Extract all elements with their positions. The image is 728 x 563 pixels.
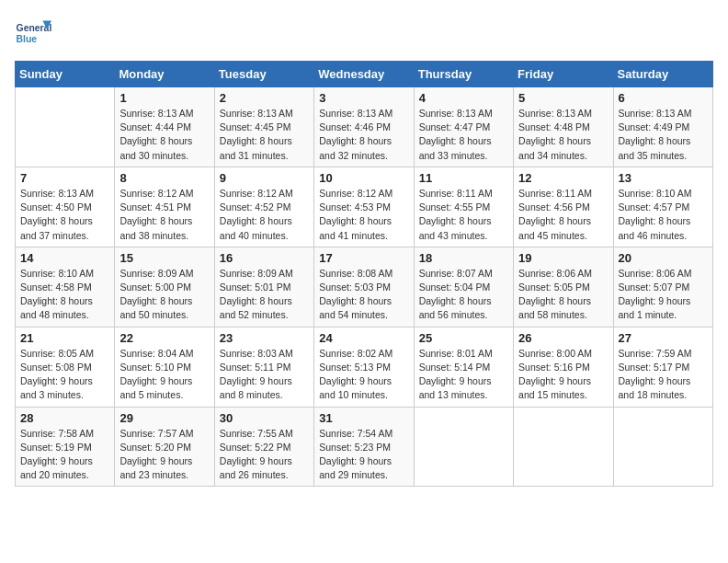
day-cell: 26Sunrise: 8:00 AM Sunset: 5:16 PM Dayli… — [514, 327, 613, 407]
day-info: Sunrise: 8:06 AM Sunset: 5:05 PM Dayligh… — [518, 267, 608, 323]
day-cell: 25Sunrise: 8:01 AM Sunset: 5:14 PM Dayli… — [414, 327, 513, 407]
day-cell: 31Sunrise: 7:54 AM Sunset: 5:23 PM Dayli… — [314, 407, 414, 487]
day-cell: 27Sunrise: 7:59 AM Sunset: 5:17 PM Dayli… — [613, 327, 712, 407]
day-cell: 9Sunrise: 8:12 AM Sunset: 4:52 PM Daylig… — [214, 167, 313, 247]
week-row-4: 21Sunrise: 8:05 AM Sunset: 5:08 PM Dayli… — [16, 327, 713, 407]
day-info: Sunrise: 8:02 AM Sunset: 5:13 PM Dayligh… — [319, 347, 408, 403]
day-cell: 7Sunrise: 8:13 AM Sunset: 4:50 PM Daylig… — [16, 167, 115, 247]
day-number: 29 — [119, 411, 209, 425]
column-header-monday: Monday — [115, 62, 214, 87]
day-info: Sunrise: 8:13 AM Sunset: 4:48 PM Dayligh… — [518, 107, 608, 163]
calendar-header-row: SundayMondayTuesdayWednesdayThursdayFrid… — [16, 62, 713, 87]
day-info: Sunrise: 8:09 AM Sunset: 5:01 PM Dayligh… — [220, 267, 309, 323]
day-number: 8 — [119, 171, 209, 185]
day-number: 28 — [20, 411, 109, 425]
day-cell: 14Sunrise: 8:10 AM Sunset: 4:58 PM Dayli… — [16, 247, 115, 327]
day-info: Sunrise: 8:05 AM Sunset: 5:08 PM Dayligh… — [20, 347, 109, 403]
day-cell: 10Sunrise: 8:12 AM Sunset: 4:53 PM Dayli… — [314, 167, 414, 247]
svg-text:Blue: Blue — [17, 34, 38, 44]
day-info: Sunrise: 8:13 AM Sunset: 4:45 PM Dayligh… — [220, 107, 309, 163]
day-number: 20 — [619, 251, 708, 265]
day-number: 19 — [518, 251, 608, 265]
column-header-thursday: Thursday — [414, 62, 513, 87]
day-info: Sunrise: 8:04 AM Sunset: 5:10 PM Dayligh… — [119, 347, 209, 403]
day-cell: 3Sunrise: 8:13 AM Sunset: 4:46 PM Daylig… — [314, 87, 414, 167]
day-number: 3 — [319, 91, 408, 105]
day-number: 31 — [319, 411, 408, 425]
day-number: 5 — [518, 91, 608, 105]
day-cell — [16, 87, 115, 167]
day-info: Sunrise: 8:03 AM Sunset: 5:11 PM Dayligh… — [220, 347, 309, 403]
day-cell: 30Sunrise: 7:55 AM Sunset: 5:22 PM Dayli… — [214, 407, 313, 487]
day-number: 17 — [319, 251, 408, 265]
week-row-1: 1Sunrise: 8:13 AM Sunset: 4:44 PM Daylig… — [16, 87, 713, 167]
day-cell: 18Sunrise: 8:07 AM Sunset: 5:04 PM Dayli… — [414, 247, 513, 327]
day-info: Sunrise: 8:08 AM Sunset: 5:03 PM Dayligh… — [319, 267, 408, 323]
day-number: 2 — [220, 91, 309, 105]
day-info: Sunrise: 7:55 AM Sunset: 5:22 PM Dayligh… — [220, 427, 309, 483]
day-info: Sunrise: 8:13 AM Sunset: 4:47 PM Dayligh… — [419, 107, 508, 163]
day-cell: 4Sunrise: 8:13 AM Sunset: 4:47 PM Daylig… — [414, 87, 513, 167]
day-info: Sunrise: 7:54 AM Sunset: 5:23 PM Dayligh… — [319, 427, 408, 483]
day-number: 21 — [20, 331, 109, 345]
day-info: Sunrise: 8:12 AM Sunset: 4:51 PM Dayligh… — [119, 187, 209, 243]
day-cell: 12Sunrise: 8:11 AM Sunset: 4:56 PM Dayli… — [514, 167, 613, 247]
day-number: 24 — [319, 331, 408, 345]
day-number: 7 — [20, 171, 109, 185]
day-number: 25 — [419, 331, 508, 345]
day-number: 23 — [220, 331, 309, 345]
calendar-table: SundayMondayTuesdayWednesdayThursdayFrid… — [15, 61, 713, 487]
day-info: Sunrise: 8:11 AM Sunset: 4:55 PM Dayligh… — [419, 187, 508, 243]
column-header-tuesday: Tuesday — [214, 62, 313, 87]
column-header-sunday: Sunday — [16, 62, 115, 87]
day-number: 27 — [619, 331, 708, 345]
week-row-2: 7Sunrise: 8:13 AM Sunset: 4:50 PM Daylig… — [16, 167, 713, 247]
day-info: Sunrise: 8:09 AM Sunset: 5:00 PM Dayligh… — [119, 267, 209, 323]
day-info: Sunrise: 8:12 AM Sunset: 4:53 PM Dayligh… — [319, 187, 408, 243]
logo-icon: General Blue — [15, 15, 51, 52]
day-cell: 17Sunrise: 8:08 AM Sunset: 5:03 PM Dayli… — [314, 247, 414, 327]
day-number: 4 — [419, 91, 508, 105]
week-row-5: 28Sunrise: 7:58 AM Sunset: 5:19 PM Dayli… — [16, 407, 713, 487]
day-info: Sunrise: 7:57 AM Sunset: 5:20 PM Dayligh… — [119, 427, 209, 483]
column-header-saturday: Saturday — [613, 62, 712, 87]
day-cell: 22Sunrise: 8:04 AM Sunset: 5:10 PM Dayli… — [115, 327, 214, 407]
day-cell: 2Sunrise: 8:13 AM Sunset: 4:45 PM Daylig… — [214, 87, 313, 167]
day-number: 9 — [220, 171, 309, 185]
day-info: Sunrise: 8:07 AM Sunset: 5:04 PM Dayligh… — [419, 267, 508, 323]
day-cell: 29Sunrise: 7:57 AM Sunset: 5:20 PM Dayli… — [115, 407, 214, 487]
column-header-wednesday: Wednesday — [314, 62, 414, 87]
day-info: Sunrise: 7:58 AM Sunset: 5:19 PM Dayligh… — [20, 427, 109, 483]
day-info: Sunrise: 8:13 AM Sunset: 4:49 PM Dayligh… — [619, 107, 708, 163]
day-cell — [514, 407, 613, 487]
day-cell: 8Sunrise: 8:12 AM Sunset: 4:51 PM Daylig… — [115, 167, 214, 247]
day-number: 16 — [220, 251, 309, 265]
day-cell: 24Sunrise: 8:02 AM Sunset: 5:13 PM Dayli… — [314, 327, 414, 407]
day-cell: 16Sunrise: 8:09 AM Sunset: 5:01 PM Dayli… — [214, 247, 313, 327]
day-cell: 1Sunrise: 8:13 AM Sunset: 4:44 PM Daylig… — [115, 87, 214, 167]
day-cell: 19Sunrise: 8:06 AM Sunset: 5:05 PM Dayli… — [514, 247, 613, 327]
day-info: Sunrise: 8:11 AM Sunset: 4:56 PM Dayligh… — [518, 187, 608, 243]
day-info: Sunrise: 8:12 AM Sunset: 4:52 PM Dayligh… — [220, 187, 309, 243]
day-cell — [613, 407, 712, 487]
day-cell: 23Sunrise: 8:03 AM Sunset: 5:11 PM Dayli… — [214, 327, 313, 407]
day-cell: 13Sunrise: 8:10 AM Sunset: 4:57 PM Dayli… — [613, 167, 712, 247]
day-info: Sunrise: 8:13 AM Sunset: 4:44 PM Dayligh… — [119, 107, 209, 163]
day-cell — [414, 407, 513, 487]
day-number: 10 — [319, 171, 408, 185]
day-number: 14 — [20, 251, 109, 265]
day-number: 1 — [119, 91, 209, 105]
day-number: 15 — [119, 251, 209, 265]
day-number: 30 — [220, 411, 309, 425]
day-info: Sunrise: 8:13 AM Sunset: 4:50 PM Dayligh… — [20, 187, 109, 243]
day-cell: 6Sunrise: 8:13 AM Sunset: 4:49 PM Daylig… — [613, 87, 712, 167]
day-cell: 28Sunrise: 7:58 AM Sunset: 5:19 PM Dayli… — [16, 407, 115, 487]
calendar-body: 1Sunrise: 8:13 AM Sunset: 4:44 PM Daylig… — [16, 87, 713, 487]
logo: General Blue — [15, 15, 55, 52]
day-number: 18 — [419, 251, 508, 265]
day-info: Sunrise: 8:13 AM Sunset: 4:46 PM Dayligh… — [319, 107, 408, 163]
day-cell: 11Sunrise: 8:11 AM Sunset: 4:55 PM Dayli… — [414, 167, 513, 247]
day-info: Sunrise: 8:01 AM Sunset: 5:14 PM Dayligh… — [419, 347, 508, 403]
day-cell: 5Sunrise: 8:13 AM Sunset: 4:48 PM Daylig… — [514, 87, 613, 167]
day-info: Sunrise: 8:00 AM Sunset: 5:16 PM Dayligh… — [518, 347, 608, 403]
